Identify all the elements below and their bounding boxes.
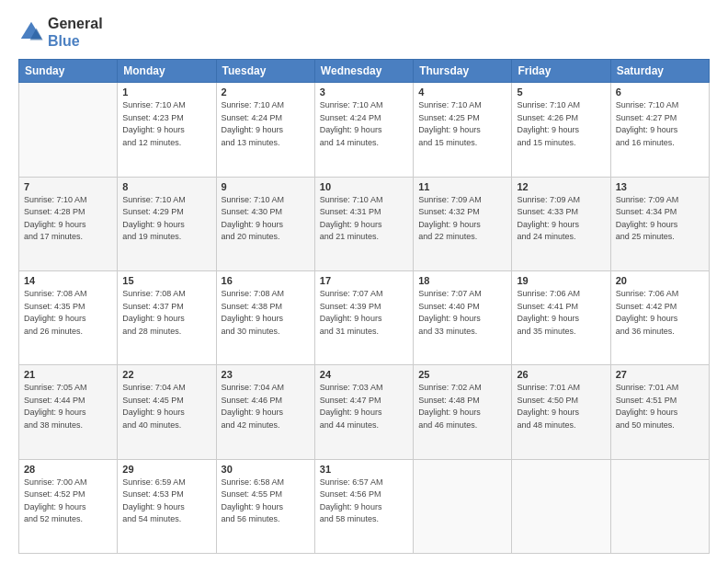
day-number: 15 [122,275,210,286]
day-number: 5 [517,86,605,98]
calendar-week-row: 7Sunrise: 7:10 AM Sunset: 4:28 PM Daylig… [19,177,710,270]
day-number: 21 [24,369,112,380]
page: General Blue SundayMondayTuesdayWednesda… [0,0,728,563]
day-info: Sunrise: 7:09 AM Sunset: 4:32 PM Dayligh… [418,194,506,244]
day-number: 8 [122,181,210,192]
day-info: Sunrise: 7:08 AM Sunset: 4:35 PM Dayligh… [24,288,112,338]
calendar-cell: 4Sunrise: 7:10 AM Sunset: 4:25 PM Daylig… [414,83,512,177]
calendar-week-row: 14Sunrise: 7:08 AM Sunset: 4:35 PM Dayli… [19,271,710,365]
day-number: 11 [418,181,506,192]
day-info: Sunrise: 7:02 AM Sunset: 4:48 PM Dayligh… [418,382,506,431]
day-info: Sunrise: 6:57 AM Sunset: 4:56 PM Dayligh… [320,477,408,526]
calendar-cell: 20Sunrise: 7:06 AM Sunset: 4:42 PM Dayli… [610,271,709,365]
day-info: Sunrise: 7:09 AM Sunset: 4:34 PM Dayligh… [616,194,704,244]
calendar-cell: 14Sunrise: 7:08 AM Sunset: 4:35 PM Dayli… [19,271,118,365]
calendar-cell: 21Sunrise: 7:05 AM Sunset: 4:44 PM Dayli… [19,365,118,459]
calendar-cell [512,459,610,553]
column-header-wednesday: Wednesday [314,60,413,83]
day-number: 9 [222,181,310,192]
calendar-cell: 11Sunrise: 7:09 AM Sunset: 4:32 PM Dayli… [414,177,512,270]
day-number: 12 [517,181,605,192]
day-info: Sunrise: 7:08 AM Sunset: 4:38 PM Dayligh… [222,288,310,338]
day-info: Sunrise: 7:08 AM Sunset: 4:37 PM Dayligh… [122,288,210,338]
day-info: Sunrise: 7:09 AM Sunset: 4:33 PM Dayligh… [517,194,605,244]
day-info: Sunrise: 7:10 AM Sunset: 4:31 PM Dayligh… [320,194,408,244]
day-info: Sunrise: 7:03 AM Sunset: 4:47 PM Dayligh… [320,382,408,431]
column-header-monday: Monday [118,60,216,83]
day-info: Sunrise: 7:10 AM Sunset: 4:29 PM Dayligh… [122,194,210,244]
day-number: 27 [616,369,704,380]
calendar-cell: 31Sunrise: 6:57 AM Sunset: 4:56 PM Dayli… [314,459,413,553]
calendar-cell: 1Sunrise: 7:10 AM Sunset: 4:23 PM Daylig… [118,83,216,177]
calendar-cell: 10Sunrise: 7:10 AM Sunset: 4:31 PM Dayli… [314,177,413,270]
day-number: 2 [222,86,310,98]
day-number: 26 [517,369,605,380]
calendar-cell: 23Sunrise: 7:04 AM Sunset: 4:46 PM Dayli… [216,365,314,459]
column-header-thursday: Thursday [414,60,512,83]
day-info: Sunrise: 7:10 AM Sunset: 4:23 PM Dayligh… [122,99,210,149]
day-number: 14 [24,275,112,286]
day-number: 7 [24,181,112,192]
calendar-cell: 15Sunrise: 7:08 AM Sunset: 4:37 PM Dayli… [118,271,216,365]
column-header-sunday: Sunday [19,60,118,83]
day-info: Sunrise: 7:10 AM Sunset: 4:25 PM Dayligh… [418,99,506,149]
calendar-cell: 9Sunrise: 7:10 AM Sunset: 4:30 PM Daylig… [216,177,314,270]
column-header-saturday: Saturday [610,60,709,83]
calendar-cell: 16Sunrise: 7:08 AM Sunset: 4:38 PM Dayli… [216,271,314,365]
calendar-header-row: SundayMondayTuesdayWednesdayThursdayFrid… [19,60,710,83]
calendar-cell: 18Sunrise: 7:07 AM Sunset: 4:40 PM Dayli… [414,271,512,365]
day-info: Sunrise: 7:00 AM Sunset: 4:52 PM Dayligh… [24,477,112,526]
calendar-cell [610,459,709,553]
calendar-cell: 29Sunrise: 6:59 AM Sunset: 4:53 PM Dayli… [118,459,216,553]
calendar-cell: 22Sunrise: 7:04 AM Sunset: 4:45 PM Dayli… [118,365,216,459]
day-info: Sunrise: 7:10 AM Sunset: 4:27 PM Dayligh… [616,99,704,149]
day-number: 19 [517,275,605,286]
day-number: 4 [418,86,506,98]
day-info: Sunrise: 7:10 AM Sunset: 4:24 PM Dayligh… [222,99,310,149]
day-number: 29 [122,464,210,475]
calendar-cell: 6Sunrise: 7:10 AM Sunset: 4:27 PM Daylig… [610,83,709,177]
day-info: Sunrise: 7:01 AM Sunset: 4:50 PM Dayligh… [517,382,605,431]
day-number: 28 [24,464,112,475]
calendar-table: SundayMondayTuesdayWednesdayThursdayFrid… [18,59,710,554]
day-number: 31 [320,464,408,475]
calendar-cell: 27Sunrise: 7:01 AM Sunset: 4:51 PM Dayli… [610,365,709,459]
day-info: Sunrise: 7:10 AM Sunset: 4:28 PM Dayligh… [24,194,112,244]
day-number: 3 [320,86,408,98]
calendar-cell: 12Sunrise: 7:09 AM Sunset: 4:33 PM Dayli… [512,177,610,270]
day-info: Sunrise: 7:04 AM Sunset: 4:45 PM Dayligh… [122,382,210,431]
day-info: Sunrise: 7:05 AM Sunset: 4:44 PM Dayligh… [24,382,112,431]
column-header-tuesday: Tuesday [216,60,314,83]
calendar-cell: 2Sunrise: 7:10 AM Sunset: 4:24 PM Daylig… [216,83,314,177]
day-info: Sunrise: 7:04 AM Sunset: 4:46 PM Dayligh… [222,382,310,431]
calendar-cell: 25Sunrise: 7:02 AM Sunset: 4:48 PM Dayli… [414,365,512,459]
day-info: Sunrise: 6:59 AM Sunset: 4:53 PM Dayligh… [122,477,210,526]
logo-icon [18,19,44,45]
column-header-friday: Friday [512,60,610,83]
calendar-cell: 24Sunrise: 7:03 AM Sunset: 4:47 PM Dayli… [314,365,413,459]
calendar-cell [414,459,512,553]
day-number: 22 [122,369,210,380]
calendar-cell: 17Sunrise: 7:07 AM Sunset: 4:39 PM Dayli… [314,271,413,365]
day-info: Sunrise: 7:07 AM Sunset: 4:39 PM Dayligh… [320,288,408,338]
day-info: Sunrise: 7:10 AM Sunset: 4:30 PM Dayligh… [222,194,310,244]
day-info: Sunrise: 7:06 AM Sunset: 4:41 PM Dayligh… [517,288,605,338]
day-info: Sunrise: 7:01 AM Sunset: 4:51 PM Dayligh… [616,382,704,431]
logo: General Blue [18,15,103,50]
calendar-cell: 28Sunrise: 7:00 AM Sunset: 4:52 PM Dayli… [19,459,118,553]
calendar-cell: 13Sunrise: 7:09 AM Sunset: 4:34 PM Dayli… [610,177,709,270]
calendar-cell: 26Sunrise: 7:01 AM Sunset: 4:50 PM Dayli… [512,365,610,459]
calendar-week-row: 21Sunrise: 7:05 AM Sunset: 4:44 PM Dayli… [19,365,710,459]
day-number: 18 [418,275,506,286]
calendar-cell: 19Sunrise: 7:06 AM Sunset: 4:41 PM Dayli… [512,271,610,365]
day-info: Sunrise: 6:58 AM Sunset: 4:55 PM Dayligh… [222,477,310,526]
logo-text: General Blue [48,15,103,50]
day-info: Sunrise: 7:10 AM Sunset: 4:26 PM Dayligh… [517,99,605,149]
day-number: 17 [320,275,408,286]
day-number: 1 [122,86,210,98]
day-number: 30 [222,464,310,475]
day-number: 23 [222,369,310,380]
calendar-cell: 5Sunrise: 7:10 AM Sunset: 4:26 PM Daylig… [512,83,610,177]
day-info: Sunrise: 7:07 AM Sunset: 4:40 PM Dayligh… [418,288,506,338]
day-number: 24 [320,369,408,380]
